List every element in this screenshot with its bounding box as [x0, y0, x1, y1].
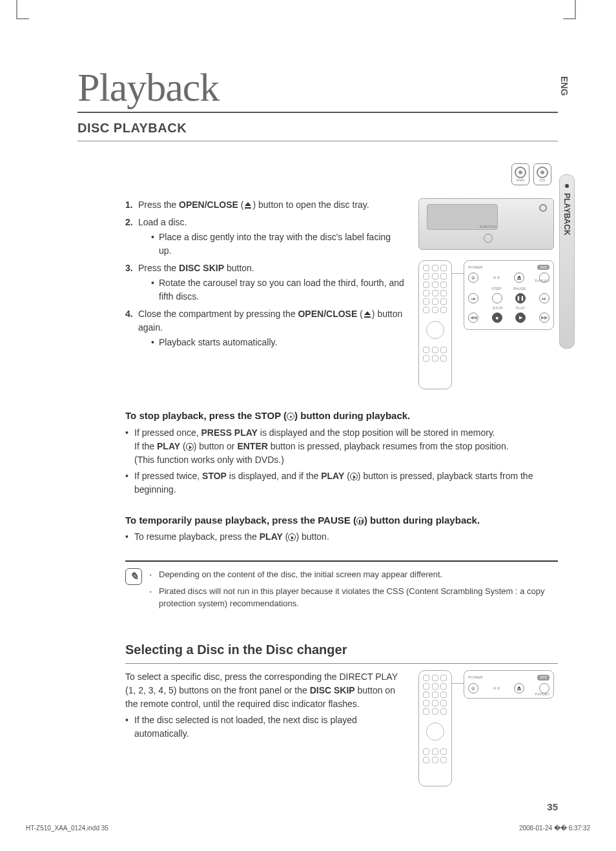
- note-1: Depending on the content of the disc, th…: [150, 568, 558, 581]
- steps-list: 1. Press the OPEN/CLOSE () button to ope…: [125, 198, 406, 349]
- dvd-label: DVD: [517, 178, 525, 182]
- play-circle-icon: [350, 473, 358, 480]
- step-3: 3. Press the DISC SKIP button. Rotate th…: [125, 261, 406, 303]
- dvd-pill: DVD: [537, 265, 549, 270]
- selecting-heading: Selecting a Disc in the Disc changer: [125, 640, 558, 664]
- eject-icon: [363, 311, 372, 318]
- remote-diagram-2: POWER DVD ⏻ TV/VIDEO: [418, 670, 554, 786]
- rewind-icon: ◀◀: [468, 313, 478, 323]
- stop-bullet-2: If pressed twice, STOP is displayed, and…: [125, 469, 558, 497]
- power-label: POWER: [468, 265, 483, 269]
- eject-icon: [243, 202, 252, 209]
- play-circle-icon: [288, 533, 296, 541]
- step-4-sub: Playback starts automatically.: [138, 336, 406, 349]
- text: Close the compartment by pressing the: [138, 309, 298, 319]
- remote-body: [418, 670, 452, 786]
- tvvideo-button: [539, 683, 549, 693]
- play-circle-icon: [186, 443, 194, 451]
- section-heading: DISC playback: [77, 121, 558, 141]
- selecting-text: To select a specific disc, press the cor…: [125, 670, 406, 786]
- stop-bullet-1: If pressed once, PRESS PLAY is displayed…: [125, 426, 558, 467]
- page-title: Playback: [77, 65, 558, 113]
- cd-disc-icon: CD: [533, 163, 551, 185]
- text: Load a disc.: [138, 217, 187, 227]
- text: button.: [224, 263, 254, 273]
- page-number: 35: [547, 801, 558, 812]
- stop-icon: ■: [492, 313, 502, 323]
- pause-label: PAUSE: [513, 287, 526, 291]
- note-2: Pirated discs will not run in this playe…: [150, 585, 558, 610]
- cd-label: CD: [540, 178, 546, 182]
- pause-bullet-1: To resume playback, press the PLAY () bu…: [125, 530, 558, 544]
- control-callout-2: POWER DVD ⏻ TV/VIDEO: [464, 670, 554, 699]
- step-2: 2. Load a disc. Place a disc gently into…: [125, 216, 406, 258]
- power-label: POWER: [468, 675, 483, 681]
- play-label: PLAY: [516, 306, 526, 310]
- dvd-disc-icon: DVD: [511, 163, 529, 185]
- remote-diagram: POWER DVD ⏻ TV/VIDEO STEP PAUSE: [418, 260, 554, 389]
- footer-timestamp: 2008-01-24 �� 6:37:32: [519, 825, 590, 832]
- text: Press the: [138, 200, 179, 210]
- control-callout: POWER DVD ⏻ TV/VIDEO STEP PAUSE: [464, 260, 554, 330]
- stop-heading: To stop playback, press the STOP () butt…: [125, 409, 558, 424]
- step-4: 4. Close the compartment by pressing the…: [125, 307, 406, 349]
- open-close-label: OPEN/CLOSE: [298, 309, 357, 319]
- forward-icon: ▶▶: [539, 313, 549, 323]
- pause-icon: ❚❚: [515, 293, 526, 303]
- divider: [125, 560, 558, 562]
- step-button: [492, 293, 502, 303]
- note-icon: ✎: [125, 568, 142, 585]
- dvd-pill: DVD: [537, 675, 549, 681]
- device-illustration: FUNCTION: [418, 198, 554, 250]
- step-label: STEP: [491, 287, 502, 291]
- prev-icon: ⏮: [468, 293, 478, 303]
- pause-circle-icon: [356, 517, 364, 525]
- remote-body: [418, 260, 452, 389]
- open-close-label: OPEN/CLOSE: [179, 200, 238, 210]
- text: button to open the disc tray.: [256, 200, 369, 210]
- power-icon: ⏻: [468, 683, 478, 693]
- play-icon: ▶: [515, 313, 526, 323]
- pause-heading: To temporarily pause playback, press the…: [125, 513, 558, 528]
- power-icon: ⏻: [468, 272, 478, 283]
- disc-skip-label: DISC SKIP: [179, 263, 224, 273]
- tvvideo-button: [539, 272, 549, 283]
- step-1: 1. Press the OPEN/CLOSE () button to ope…: [125, 198, 406, 212]
- function-label: FUNCTION: [480, 225, 497, 229]
- step-3-sub: Rotate the carousel tray so you can load…: [138, 276, 406, 303]
- step-2-sub: Place a disc gently into the tray with t…: [138, 231, 406, 258]
- next-icon: ⏭: [539, 293, 549, 303]
- note-list: Depending on the content of the disc, th…: [150, 568, 558, 614]
- text: Press the: [138, 263, 179, 273]
- footer-filename: HT-Z510_XAA_0124.indd 35: [26, 825, 108, 832]
- stop-label: STOP: [492, 306, 502, 310]
- stop-circle-icon: [287, 413, 294, 420]
